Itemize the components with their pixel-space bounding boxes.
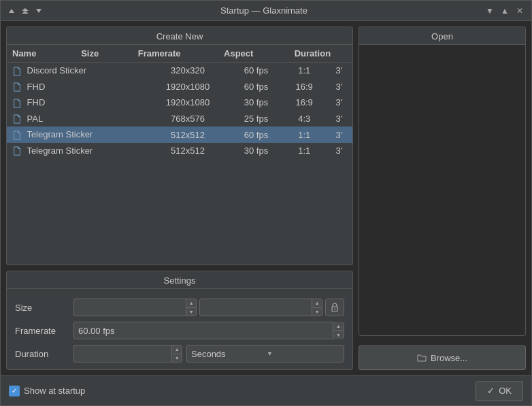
cell-size: 768x576 [146, 111, 230, 127]
open-preview-area [359, 45, 525, 335]
table-row[interactable]: FHD 1920x1080 30 fps 16:9 3' [7, 95, 352, 111]
framerate-up[interactable]: ▲ [333, 322, 344, 331]
cell-size: 1920x1080 [146, 79, 230, 95]
browse-row: Browse... [359, 345, 526, 370]
btn-down[interactable] [33, 5, 44, 16]
cell-size: 1920x1080 [146, 95, 230, 111]
footer: ✓ Show at startup ✓ OK [1, 375, 531, 405]
cell-duration: 3' [326, 143, 352, 159]
window-controls: ▼ ▲ ✕ [484, 5, 526, 17]
cell-aspect: 16:9 [283, 79, 326, 95]
minimize-button[interactable]: ▼ [484, 5, 496, 17]
size-h-down[interactable]: ▼ [312, 308, 322, 317]
framerate-input[interactable]: 60.00 fps ▲ ▼ [73, 322, 344, 339]
size-w-up[interactable]: ▲ [186, 299, 196, 308]
cell-name: Telegram Sticker [7, 126, 146, 143]
create-new-panel: Create New Name Size Framerate Aspect Du… [6, 27, 353, 265]
table-row[interactable]: Discord Sticker 320x320 60 fps 1:1 3' [7, 63, 352, 79]
maximize-button[interactable]: ▲ [499, 5, 511, 17]
cell-name: FHD [7, 79, 146, 95]
left-panel: Create New Name Size Framerate Aspect Du… [6, 27, 353, 370]
duration-row: Duration 2 ▲ ▼ Seconds ▼ [15, 345, 344, 362]
create-new-table-body: Discord Sticker 320x320 60 fps 1:1 3' FH… [7, 63, 352, 158]
duration-unit-select[interactable]: Seconds ▼ [186, 345, 344, 362]
cell-framerate: 60 fps [229, 63, 282, 79]
framerate-label: Framerate [15, 326, 69, 336]
cell-aspect: 1:1 [283, 143, 326, 159]
file-icon [12, 82, 22, 92]
ok-button[interactable]: ✓ OK [476, 381, 523, 401]
browse-button[interactable]: Browse... [359, 345, 526, 370]
btn-up[interactable] [6, 5, 17, 16]
cell-name: FHD [7, 95, 146, 111]
svg-marker-2 [22, 11, 29, 14]
size-h-field[interactable]: 512 [200, 303, 312, 313]
col-size: Size [66, 45, 114, 63]
cell-name: PAL [7, 111, 146, 127]
cell-aspect: 1:1 [283, 63, 326, 79]
size-w-field[interactable]: 512 [74, 303, 186, 313]
cell-duration: 3' [326, 63, 352, 79]
col-duration: Duration [273, 45, 352, 63]
lock-aspect-button[interactable] [325, 299, 344, 316]
cell-aspect: 4:3 [283, 111, 326, 127]
size-row: Size 512 ▲ ▼ 512 [15, 299, 344, 316]
framerate-down[interactable]: ▼ [333, 331, 344, 340]
cell-name: Telegram Sticker [7, 143, 146, 159]
show-startup-label: Show at startup [24, 386, 85, 396]
table-row[interactable]: PAL 768x576 25 fps 4:3 3' [7, 111, 352, 127]
size-inputs: 512 ▲ ▼ 512 ▲ ▼ [73, 299, 344, 316]
duration-field[interactable]: 2 [74, 349, 171, 359]
startup-checkbox[interactable]: ✓ [9, 386, 20, 396]
table-row[interactable]: Telegram Sticker 512x512 30 fps 1:1 3' [7, 143, 352, 159]
cell-aspect: 16:9 [283, 95, 326, 111]
titlebar-buttons [6, 5, 44, 16]
ok-label: OK [499, 386, 512, 396]
file-icon [12, 99, 22, 108]
close-button[interactable]: ✕ [514, 5, 526, 17]
cell-size: 512x512 [146, 143, 230, 159]
col-name: Name [7, 45, 66, 63]
main-content: Create New Name Size Framerate Aspect Du… [1, 21, 531, 375]
framerate-row: Framerate 60.00 fps ▲ ▼ [15, 322, 344, 339]
cell-name: Discord Sticker [7, 63, 146, 79]
browse-label: Browse... [431, 353, 467, 363]
cell-size: 512x512 [146, 126, 230, 143]
col-aspect: Aspect [205, 45, 273, 63]
col-framerate: Framerate [114, 45, 205, 63]
window-title: Startup — Glaxnimate [44, 5, 484, 16]
size-w-input[interactable]: 512 ▲ ▼ [73, 299, 197, 316]
table-body-container: Discord Sticker 320x320 60 fps 1:1 3' FH… [7, 63, 352, 158]
duration-up[interactable]: ▲ [172, 345, 182, 354]
create-new-table: Name Size Framerate Aspect Duration [7, 45, 352, 63]
duration-unit-value: Seconds [191, 349, 264, 359]
table-row[interactable]: FHD 1920x1080 60 fps 16:9 3' [7, 79, 352, 95]
cell-framerate: 60 fps [229, 79, 282, 95]
create-new-title: Create New [7, 27, 352, 45]
svg-marker-1 [22, 8, 29, 11]
settings-panel: Settings Size 512 ▲ ▼ [6, 271, 353, 370]
settings-content: Size 512 ▲ ▼ 512 [7, 289, 352, 369]
main-window: Startup — Glaxnimate ▼ ▲ ✕ Create New Na… [0, 0, 532, 406]
btn-double-up[interactable] [20, 5, 31, 16]
file-icon [12, 67, 22, 76]
cell-duration: 3' [326, 126, 352, 143]
size-w-down[interactable]: ▼ [186, 308, 196, 317]
svg-marker-3 [36, 9, 41, 13]
duration-down[interactable]: ▼ [172, 354, 182, 363]
size-label: Size [15, 303, 69, 313]
cell-framerate: 30 fps [229, 95, 282, 111]
show-startup-toggle[interactable]: ✓ Show at startup [9, 386, 85, 396]
size-h-arrows: ▲ ▼ [312, 299, 322, 316]
table-row[interactable]: Telegram Sticker 512x512 60 fps 1:1 3' [7, 126, 352, 143]
cell-aspect: 1:1 [283, 126, 326, 143]
duration-input[interactable]: 2 ▲ ▼ [73, 345, 182, 362]
file-icon [12, 131, 22, 140]
svg-point-5 [334, 309, 335, 310]
size-h-input[interactable]: 512 ▲ ▼ [199, 299, 322, 316]
size-h-up[interactable]: ▲ [312, 299, 322, 308]
open-panel: Open [359, 27, 526, 336]
file-icon [12, 146, 22, 156]
right-panel: Open Browse... [359, 27, 526, 370]
ok-checkmark-icon: ✓ [487, 386, 495, 396]
